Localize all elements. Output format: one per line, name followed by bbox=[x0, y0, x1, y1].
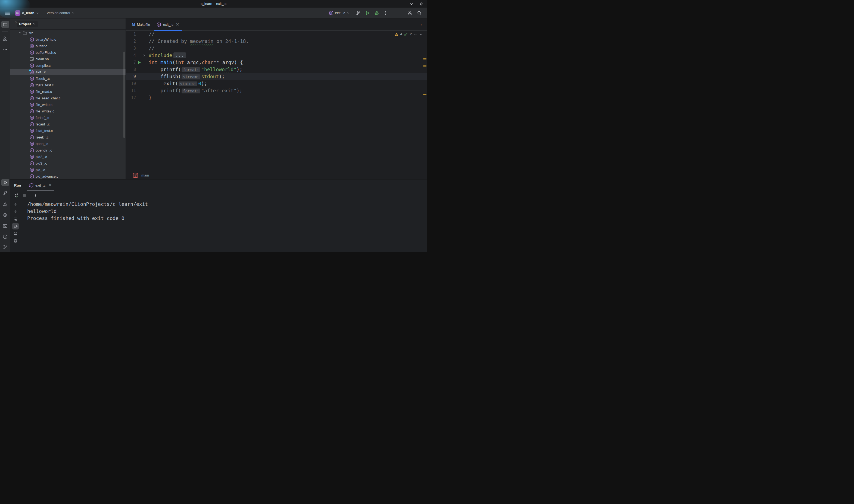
gutter bbox=[136, 59, 149, 66]
tree-item-fprintf-c[interactable]: C fprintf_.c bbox=[10, 114, 126, 121]
window-shade-icon[interactable] bbox=[409, 2, 414, 6]
fold-arrow-icon[interactable] bbox=[142, 54, 146, 57]
tab-exit-c[interactable]: C exit_.c ✕ bbox=[153, 18, 182, 31]
tree-item-lseek-c[interactable]: C lseek_.c bbox=[10, 134, 126, 140]
problems-toolwindow-icon[interactable] bbox=[1, 233, 9, 240]
code-line-4[interactable]: 4#include... bbox=[126, 52, 427, 59]
tree-item-buffer-c[interactable]: C buffer.c bbox=[10, 43, 126, 49]
warning-stripe-mark[interactable] bbox=[423, 94, 426, 95]
tree-item-src[interactable]: src bbox=[10, 30, 126, 36]
console-output[interactable]: /home/meowrain/CLionProjects/c_learn/exi… bbox=[21, 200, 427, 252]
more-actions-icon[interactable] bbox=[382, 10, 390, 17]
gutter bbox=[136, 73, 149, 80]
print-icon[interactable] bbox=[12, 230, 19, 237]
gutter bbox=[136, 66, 149, 73]
rerun-icon[interactable] bbox=[14, 193, 19, 198]
cmake-toolwindow-icon[interactable] bbox=[1, 200, 9, 208]
git-toolwindow-icon[interactable] bbox=[1, 243, 9, 251]
tree-item-file-read-c[interactable]: C file_read.c bbox=[10, 88, 126, 95]
editor-tabbar: M Makefile C exit_.c ✕ ⋮ bbox=[126, 18, 427, 31]
main-menu-icon[interactable] bbox=[3, 10, 12, 16]
project-scrollbar-thumb[interactable] bbox=[123, 52, 125, 138]
editor-tab-options-icon[interactable]: ⋮ bbox=[415, 22, 427, 27]
code-line-11[interactable]: 11 printf(format:"after exit"); bbox=[126, 87, 427, 94]
close-tab-icon[interactable]: ✕ bbox=[176, 22, 179, 27]
warning-stripe-mark[interactable] bbox=[423, 58, 426, 59]
run-tab-exit-c[interactable]: C exit_.c ✕ bbox=[27, 180, 54, 191]
chevron-expanded-icon[interactable] bbox=[18, 31, 22, 35]
structure-toolwindow-icon[interactable] bbox=[1, 35, 9, 42]
close-run-tab-icon[interactable]: ✕ bbox=[48, 183, 52, 188]
project-view-selector[interactable]: Project bbox=[17, 21, 38, 27]
tree-item-fscanf-c[interactable]: C fscanf_.c bbox=[10, 121, 126, 127]
tree-item-fgets-test-c[interactable]: C fgets_test.c bbox=[10, 82, 126, 88]
tree-item-pid3-c[interactable]: C pid3_.c bbox=[10, 160, 126, 166]
tab-makefile[interactable]: M Makefile bbox=[128, 18, 153, 31]
scroll-to-end-icon[interactable] bbox=[12, 223, 19, 230]
vcs-widget[interactable]: Version control bbox=[45, 10, 77, 16]
code-line-2[interactable]: 2// Created by meowrain on 24-1-18. bbox=[126, 38, 427, 45]
more-toolwindows-icon[interactable] bbox=[1, 46, 9, 53]
line-number: 3 bbox=[126, 45, 136, 52]
code-with-me-icon[interactable] bbox=[405, 9, 415, 17]
code-text: fflush(stream:stdout); bbox=[149, 73, 225, 80]
tree-item-file-read-char-c[interactable]: C file_read_char.c bbox=[10, 95, 126, 101]
run-toolwindow-icon[interactable] bbox=[1, 179, 9, 186]
search-everywhere-icon[interactable] bbox=[415, 9, 424, 17]
code-line-9[interactable]: 9 fflush(stream:stdout); bbox=[126, 73, 427, 80]
code-line-12[interactable]: 12} bbox=[126, 94, 427, 101]
tree-item-pid-c[interactable]: C pid_.c bbox=[10, 166, 126, 173]
c-file-icon: C bbox=[29, 128, 34, 133]
code-line-10[interactable]: 10 _exit(status:0); bbox=[126, 80, 427, 87]
breadcrumb[interactable]: f main bbox=[126, 171, 427, 179]
code-text: printf(format:"after exit"); bbox=[149, 87, 242, 94]
tree-item-compile-c[interactable]: C compile.c bbox=[10, 62, 126, 69]
tree-item-opendir-c[interactable]: C opendir_.c bbox=[10, 147, 126, 154]
prev-occurrence-icon[interactable] bbox=[12, 201, 19, 208]
terminal-toolwindow-icon[interactable] bbox=[1, 222, 9, 230]
stop-icon[interactable] bbox=[22, 193, 27, 198]
tree-item-file-write2-c[interactable]: C file_write2.c bbox=[10, 108, 126, 114]
c-file-icon: C bbox=[29, 135, 34, 140]
code-line-7[interactable]: 7int main(int argc,char** argv) { bbox=[126, 59, 427, 66]
project-selector[interactable]: c_learn bbox=[21, 10, 41, 16]
clion-window: c_learn – exit_.c CL c_learn Version con… bbox=[0, 0, 427, 252]
run-config-selector[interactable]: C exit_.c bbox=[327, 9, 352, 17]
code-area[interactable]: 1//2// Created by meowrain on 24-1-18.3/… bbox=[126, 31, 427, 171]
run-icon[interactable] bbox=[363, 9, 372, 17]
titlebar: c_learn – exit_.c bbox=[0, 0, 427, 7]
tree-item-fstat-test-c[interactable]: C fstat_test.c bbox=[10, 127, 126, 134]
build-icon[interactable] bbox=[354, 9, 363, 17]
project-toolwindow-icon[interactable] bbox=[1, 21, 9, 28]
inspections-widget[interactable]: 4 2 bbox=[395, 32, 423, 36]
tree-item-pid-advance-c[interactable]: C pid_advance.c bbox=[10, 173, 126, 179]
build-toolwindow-icon[interactable] bbox=[1, 190, 9, 197]
tree-item-clean-sh[interactable]: clean.sh bbox=[10, 56, 126, 62]
next-occurrence-icon[interactable] bbox=[12, 208, 19, 215]
code-line-8[interactable]: 8 printf(format:"helloworld"); bbox=[126, 66, 427, 73]
tree-item-ffseek-c[interactable]: C ffseek_.c bbox=[10, 75, 126, 82]
makefile-icon: M bbox=[132, 22, 135, 26]
tree-item-exit-c[interactable]: C exit_.c bbox=[10, 69, 126, 75]
tree-item-file-write-c[interactable]: C file_write.c bbox=[10, 101, 126, 108]
run-tab-label: exit_.c bbox=[35, 183, 46, 187]
next-problem-icon[interactable] bbox=[419, 33, 423, 36]
debug-icon[interactable] bbox=[372, 9, 381, 17]
tree-item-pid2-c[interactable]: C pid2_.c bbox=[10, 154, 126, 160]
prev-problem-icon[interactable] bbox=[414, 33, 417, 36]
tree-item-bufferflush-c[interactable]: C bufferFlush.c bbox=[10, 49, 126, 56]
clear-console-icon[interactable] bbox=[12, 237, 19, 244]
code-line-3[interactable]: 3// bbox=[126, 45, 427, 52]
breadcrumb-label[interactable]: main bbox=[141, 173, 149, 177]
run-more-options-icon[interactable] bbox=[33, 194, 37, 197]
c-file-icon: C bbox=[29, 155, 34, 159]
window-maximize-icon[interactable] bbox=[419, 2, 423, 6]
warning-count: 4 bbox=[400, 32, 402, 36]
run-line-icon[interactable] bbox=[138, 60, 141, 64]
soft-wrap-icon[interactable] bbox=[12, 216, 19, 222]
code-line-1[interactable]: 1// bbox=[126, 31, 427, 38]
tree-item-binarywrite-c[interactable]: C binaryWrite.c bbox=[10, 36, 126, 43]
tree-item-open-c[interactable]: C open_.c bbox=[10, 140, 126, 147]
services-toolwindow-icon[interactable] bbox=[1, 211, 9, 219]
warning-stripe-mark[interactable] bbox=[423, 66, 426, 67]
